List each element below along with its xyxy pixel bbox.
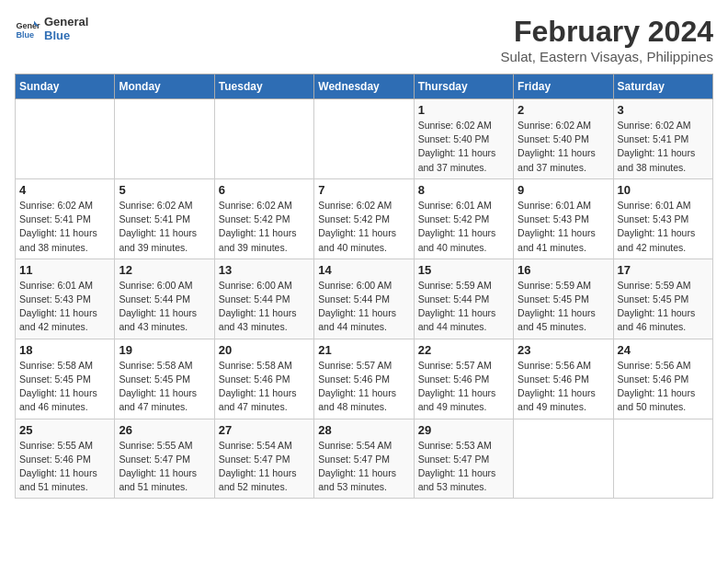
calendar-cell: 17Sunrise: 5:59 AMSunset: 5:45 PMDayligh…	[613, 259, 712, 339]
day-number: 25	[19, 423, 110, 437]
day-info: Sunrise: 6:02 AMSunset: 5:40 PMDaylight:…	[518, 119, 609, 175]
calendar-cell	[314, 99, 414, 179]
calendar-week-1: 1Sunrise: 6:02 AMSunset: 5:40 PMDaylight…	[16, 99, 713, 179]
day-info: Sunrise: 6:01 AMSunset: 5:43 PMDaylight:…	[618, 199, 709, 255]
day-info: Sunrise: 6:00 AMSunset: 5:44 PMDaylight:…	[318, 279, 409, 335]
day-number: 3	[618, 103, 709, 117]
calendar-body: 1Sunrise: 6:02 AMSunset: 5:40 PMDaylight…	[16, 99, 713, 499]
day-info: Sunrise: 5:58 AMSunset: 5:46 PMDaylight:…	[219, 359, 310, 415]
calendar-header-row: SundayMondayTuesdayWednesdayThursdayFrid…	[16, 75, 713, 99]
day-info: Sunrise: 5:58 AMSunset: 5:45 PMDaylight:…	[19, 359, 110, 415]
calendar-cell	[214, 99, 313, 179]
calendar-table: SundayMondayTuesdayWednesdayThursdayFrid…	[15, 74, 713, 499]
calendar-cell: 6Sunrise: 6:02 AMSunset: 5:42 PMDaylight…	[214, 178, 313, 259]
day-info: Sunrise: 6:02 AMSunset: 5:42 PMDaylight:…	[318, 199, 409, 255]
calendar-cell: 8Sunrise: 6:01 AMSunset: 5:42 PMDaylight…	[414, 178, 513, 259]
page-title: February 2024	[500, 15, 713, 49]
logo: General Blue General Blue	[15, 15, 88, 42]
day-info: Sunrise: 5:54 AMSunset: 5:47 PMDaylight:…	[219, 439, 310, 495]
calendar-cell: 2Sunrise: 6:02 AMSunset: 5:40 PMDaylight…	[514, 99, 613, 179]
calendar-cell: 3Sunrise: 6:02 AMSunset: 5:41 PMDaylight…	[613, 99, 712, 179]
day-info: Sunrise: 6:02 AMSunset: 5:41 PMDaylight:…	[19, 199, 110, 255]
calendar-cell: 5Sunrise: 6:02 AMSunset: 5:41 PMDaylight…	[115, 178, 214, 259]
day-info: Sunrise: 5:57 AMSunset: 5:46 PMDaylight:…	[318, 359, 409, 415]
day-info: Sunrise: 6:01 AMSunset: 5:42 PMDaylight:…	[418, 199, 509, 255]
day-info: Sunrise: 5:56 AMSunset: 5:46 PMDaylight:…	[518, 359, 609, 415]
day-info: Sunrise: 5:55 AMSunset: 5:47 PMDaylight:…	[119, 439, 210, 495]
day-info: Sunrise: 6:02 AMSunset: 5:41 PMDaylight:…	[119, 199, 210, 255]
day-number: 17	[618, 263, 709, 277]
calendar-cell: 28Sunrise: 5:54 AMSunset: 5:47 PMDayligh…	[314, 419, 414, 499]
day-info: Sunrise: 5:56 AMSunset: 5:46 PMDaylight:…	[618, 359, 709, 415]
day-number: 1	[418, 103, 509, 117]
day-info: Sunrise: 5:58 AMSunset: 5:45 PMDaylight:…	[119, 359, 210, 415]
calendar-cell	[115, 99, 214, 179]
calendar-cell: 22Sunrise: 5:57 AMSunset: 5:46 PMDayligh…	[414, 339, 513, 419]
calendar-cell: 16Sunrise: 5:59 AMSunset: 5:45 PMDayligh…	[514, 259, 613, 339]
calendar-cell: 14Sunrise: 6:00 AMSunset: 5:44 PMDayligh…	[314, 259, 414, 339]
calendar-cell	[16, 99, 115, 179]
day-info: Sunrise: 6:01 AMSunset: 5:43 PMDaylight:…	[19, 279, 110, 335]
day-number: 15	[418, 263, 509, 277]
day-number: 18	[19, 343, 110, 357]
day-number: 22	[418, 343, 509, 357]
day-number: 19	[119, 343, 210, 357]
calendar-header-sunday: Sunday	[16, 75, 115, 99]
day-number: 2	[518, 103, 609, 117]
calendar-cell: 7Sunrise: 6:02 AMSunset: 5:42 PMDaylight…	[314, 178, 414, 259]
calendar-cell: 26Sunrise: 5:55 AMSunset: 5:47 PMDayligh…	[115, 419, 214, 499]
calendar-header-thursday: Thursday	[414, 75, 513, 99]
calendar-cell: 12Sunrise: 6:00 AMSunset: 5:44 PMDayligh…	[115, 259, 214, 339]
day-number: 13	[219, 263, 310, 277]
day-info: Sunrise: 6:01 AMSunset: 5:43 PMDaylight:…	[518, 199, 609, 255]
calendar-cell: 18Sunrise: 5:58 AMSunset: 5:45 PMDayligh…	[16, 339, 115, 419]
day-number: 6	[219, 183, 310, 197]
day-number: 12	[119, 263, 210, 277]
day-info: Sunrise: 5:59 AMSunset: 5:45 PMDaylight:…	[518, 279, 609, 335]
logo-icon: General Blue	[15, 16, 40, 41]
calendar-cell: 4Sunrise: 6:02 AMSunset: 5:41 PMDaylight…	[16, 178, 115, 259]
logo-blue: Blue	[44, 29, 88, 42]
calendar-cell: 20Sunrise: 5:58 AMSunset: 5:46 PMDayligh…	[214, 339, 313, 419]
logo-general: General	[44, 15, 88, 29]
day-number: 9	[518, 183, 609, 197]
day-number: 10	[618, 183, 709, 197]
day-info: Sunrise: 6:02 AMSunset: 5:42 PMDaylight:…	[219, 199, 310, 255]
day-number: 4	[19, 183, 110, 197]
calendar-cell: 13Sunrise: 6:00 AMSunset: 5:44 PMDayligh…	[214, 259, 313, 339]
day-number: 14	[318, 263, 409, 277]
calendar-cell: 29Sunrise: 5:53 AMSunset: 5:47 PMDayligh…	[414, 419, 513, 499]
day-info: Sunrise: 5:55 AMSunset: 5:46 PMDaylight:…	[19, 439, 110, 495]
day-info: Sunrise: 6:02 AMSunset: 5:40 PMDaylight:…	[418, 119, 509, 175]
calendar-cell: 21Sunrise: 5:57 AMSunset: 5:46 PMDayligh…	[314, 339, 414, 419]
day-number: 8	[418, 183, 509, 197]
day-number: 28	[318, 423, 409, 437]
calendar-cell: 27Sunrise: 5:54 AMSunset: 5:47 PMDayligh…	[214, 419, 313, 499]
day-info: Sunrise: 5:54 AMSunset: 5:47 PMDaylight:…	[318, 439, 409, 495]
svg-text:Blue: Blue	[16, 30, 34, 40]
calendar-week-2: 4Sunrise: 6:02 AMSunset: 5:41 PMDaylight…	[16, 178, 713, 259]
day-info: Sunrise: 5:59 AMSunset: 5:45 PMDaylight:…	[618, 279, 709, 335]
calendar-header-monday: Monday	[115, 75, 214, 99]
calendar-cell: 11Sunrise: 6:01 AMSunset: 5:43 PMDayligh…	[16, 259, 115, 339]
day-number: 16	[518, 263, 609, 277]
calendar-cell: 1Sunrise: 6:02 AMSunset: 5:40 PMDaylight…	[414, 99, 513, 179]
day-info: Sunrise: 5:59 AMSunset: 5:44 PMDaylight:…	[418, 279, 509, 335]
day-number: 26	[119, 423, 210, 437]
calendar-cell: 19Sunrise: 5:58 AMSunset: 5:45 PMDayligh…	[115, 339, 214, 419]
calendar-week-3: 11Sunrise: 6:01 AMSunset: 5:43 PMDayligh…	[16, 259, 713, 339]
day-number: 21	[318, 343, 409, 357]
calendar-cell	[514, 419, 613, 499]
header: General Blue General Blue February 2024 …	[15, 15, 713, 64]
calendar-week-4: 18Sunrise: 5:58 AMSunset: 5:45 PMDayligh…	[16, 339, 713, 419]
day-number: 24	[618, 343, 709, 357]
day-number: 5	[119, 183, 210, 197]
calendar-cell: 15Sunrise: 5:59 AMSunset: 5:44 PMDayligh…	[414, 259, 513, 339]
page-subtitle: Sulat, Eastern Visayas, Philippines	[500, 49, 713, 64]
calendar-cell: 9Sunrise: 6:01 AMSunset: 5:43 PMDaylight…	[514, 178, 613, 259]
day-number: 20	[219, 343, 310, 357]
calendar-week-5: 25Sunrise: 5:55 AMSunset: 5:46 PMDayligh…	[16, 419, 713, 499]
calendar-header-friday: Friday	[514, 75, 613, 99]
calendar-cell: 23Sunrise: 5:56 AMSunset: 5:46 PMDayligh…	[514, 339, 613, 419]
day-info: Sunrise: 5:53 AMSunset: 5:47 PMDaylight:…	[418, 439, 509, 495]
